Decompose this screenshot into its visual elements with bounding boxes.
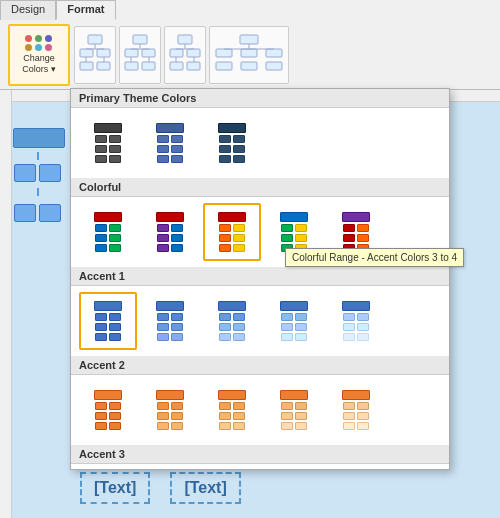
section-header-accent3: Accent 3 xyxy=(71,445,449,464)
swatch-accent1-2[interactable] xyxy=(141,292,199,350)
swatch-icon xyxy=(94,123,122,163)
swatch-colorful-2[interactable] xyxy=(141,203,199,261)
layout-btn-1[interactable] xyxy=(74,26,116,84)
swatch-icon xyxy=(280,212,308,252)
color-dropdown-panel: Primary Theme Colors xyxy=(70,88,450,470)
swatch-accent2-4[interactable] xyxy=(265,381,323,439)
svg-rect-2 xyxy=(97,49,110,57)
change-colors-icon xyxy=(25,35,53,51)
accent1-color-grid xyxy=(71,286,449,356)
svg-rect-18 xyxy=(178,35,192,44)
swatch-icon xyxy=(218,390,246,430)
change-colors-button[interactable]: ChangeColors ▾ xyxy=(8,24,70,86)
swatch-accent2-5[interactable] xyxy=(327,381,385,439)
layout-icon-3 xyxy=(168,33,202,77)
swatch-icon xyxy=(218,301,246,341)
swatch-tooltip: Colorful Range - Accent Colors 3 to 4 xyxy=(285,248,464,267)
swatch-colorful-1[interactable] xyxy=(79,203,137,261)
swatch-accent1-4[interactable] xyxy=(265,292,323,350)
swatch-icon xyxy=(342,390,370,430)
swatch-icon xyxy=(218,212,246,252)
svg-rect-32 xyxy=(241,62,257,70)
ribbon: Design Format ChangeColors ▾ xyxy=(0,0,500,90)
svg-rect-4 xyxy=(97,62,110,70)
swatch-icon xyxy=(342,301,370,341)
section-header-accent1: Accent 1 xyxy=(71,267,449,286)
swatch-colorful-3[interactable] xyxy=(203,203,261,261)
text-placeholder-1: [Text] xyxy=(80,472,150,504)
accent2-color-grid xyxy=(71,375,449,445)
accent3-color-grid xyxy=(71,464,449,469)
svg-rect-21 xyxy=(170,62,183,70)
tab-design[interactable]: Design xyxy=(0,0,56,20)
svg-rect-10 xyxy=(125,49,138,57)
svg-rect-3 xyxy=(80,62,93,70)
ribbon-content: ChangeColors ▾ xyxy=(0,20,500,90)
swatch-accent1-5[interactable] xyxy=(327,292,385,350)
change-colors-label: ChangeColors ▾ xyxy=(22,53,56,75)
svg-rect-28 xyxy=(216,49,232,57)
swatch-accent2-3[interactable] xyxy=(203,381,261,439)
swatch-primary-3[interactable] xyxy=(203,114,261,172)
layout-icon-1 xyxy=(78,33,112,77)
swatch-icon xyxy=(156,390,184,430)
swatch-primary-1[interactable] xyxy=(79,114,137,172)
layout-icon-4 xyxy=(214,33,284,77)
swatch-icon xyxy=(156,212,184,252)
svg-rect-20 xyxy=(187,49,200,57)
layout-icon-2 xyxy=(123,33,157,77)
layout-btn-2[interactable] xyxy=(119,26,161,84)
svg-rect-9 xyxy=(133,35,147,44)
swatch-icon xyxy=(280,390,308,430)
swatch-icon xyxy=(156,123,184,163)
swatch-icon xyxy=(280,301,308,341)
swatch-primary-2[interactable] xyxy=(141,114,199,172)
ribbon-tabs: Design Format xyxy=(0,0,116,20)
panel-scroll-area[interactable]: Primary Theme Colors xyxy=(71,89,449,469)
svg-rect-1 xyxy=(80,49,93,57)
primary-color-grid xyxy=(71,108,449,178)
layout-btn-3[interactable] xyxy=(164,26,206,84)
section-header-accent2: Accent 2 xyxy=(71,356,449,375)
section-header-primary: Primary Theme Colors xyxy=(71,89,449,108)
svg-rect-30 xyxy=(266,49,282,57)
tab-format[interactable]: Format xyxy=(56,0,115,20)
svg-rect-29 xyxy=(241,49,257,57)
swatch-accent2-1[interactable] xyxy=(79,381,137,439)
swatch-accent2-2[interactable] xyxy=(141,381,199,439)
text-placeholder-2: [Text] xyxy=(170,472,240,504)
swatch-icon xyxy=(156,301,184,341)
swatch-icon xyxy=(342,212,370,252)
svg-rect-0 xyxy=(88,35,102,44)
svg-rect-19 xyxy=(170,49,183,57)
section-header-colorful: Colorful xyxy=(71,178,449,197)
svg-rect-22 xyxy=(187,62,200,70)
swatch-icon xyxy=(218,123,246,163)
svg-rect-27 xyxy=(240,35,258,44)
svg-rect-13 xyxy=(142,62,155,70)
svg-rect-11 xyxy=(142,49,155,57)
vertical-ruler xyxy=(0,90,12,518)
bottom-text-area: [Text] [Text] xyxy=(80,472,241,504)
svg-rect-12 xyxy=(125,62,138,70)
svg-rect-31 xyxy=(216,62,232,70)
layout-btn-4[interactable] xyxy=(209,26,289,84)
swatch-icon xyxy=(94,301,122,341)
svg-rect-33 xyxy=(266,62,282,70)
swatch-icon xyxy=(94,212,122,252)
swatch-accent1-3[interactable] xyxy=(203,292,261,350)
swatch-accent1-1[interactable] xyxy=(79,292,137,350)
hierarchy-layout-group xyxy=(74,26,289,84)
swatch-icon xyxy=(94,390,122,430)
